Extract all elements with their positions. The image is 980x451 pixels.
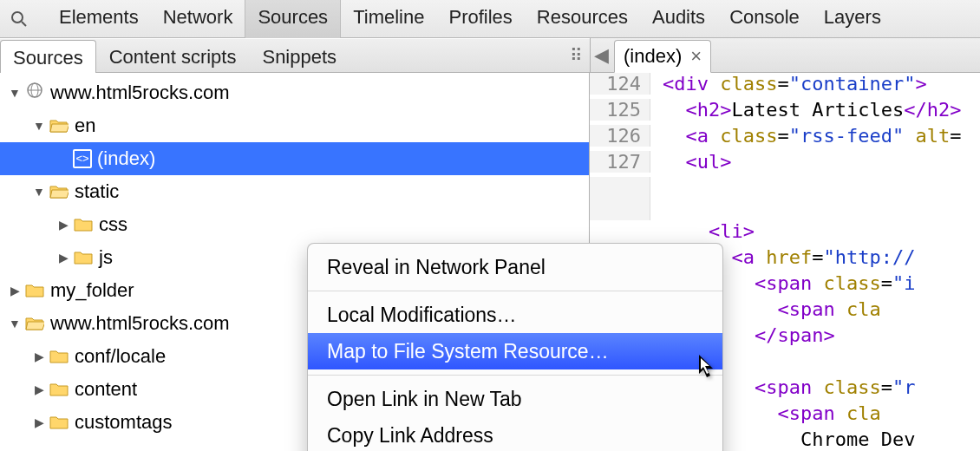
code-text: <a class="rss-feed" alt= bbox=[650, 125, 961, 147]
menu-item[interactable]: Local Modifications… bbox=[308, 297, 722, 333]
chevron-down-icon[interactable]: ▼ bbox=[7, 317, 23, 330]
folder-icon bbox=[24, 279, 45, 302]
chevron-right-icon[interactable]: ▶ bbox=[31, 350, 47, 363]
tree-item-label: static bbox=[75, 180, 119, 203]
line-number: 124 bbox=[590, 73, 650, 95]
tree-item-label: www.html5rocks.com bbox=[50, 82, 230, 104]
subtab-sources[interactable]: Sources bbox=[0, 40, 96, 75]
code-line[interactable]: 126 <a class="rss-feed" alt= bbox=[590, 125, 980, 151]
code-gap bbox=[590, 177, 980, 220]
folder-icon bbox=[73, 213, 94, 236]
folder-open-icon bbox=[49, 114, 69, 137]
tree-item-2[interactable]: <>(index) bbox=[0, 142, 589, 175]
chevron-down-icon[interactable]: ▼ bbox=[31, 119, 47, 133]
chevron-right-icon[interactable]: ▶ bbox=[56, 251, 71, 265]
tab-sources[interactable]: Sources bbox=[245, 0, 341, 38]
code-text: <li> bbox=[650, 220, 755, 242]
chevron-right-icon[interactable]: ▶ bbox=[31, 382, 47, 396]
editor-tab-label: (index) bbox=[624, 45, 682, 68]
nav-back-icon[interactable]: ◀ bbox=[594, 44, 609, 67]
drag-handle-icon[interactable]: ⠿ bbox=[570, 45, 583, 66]
file-icon: <> bbox=[73, 149, 92, 168]
code-line[interactable]: 127 <ul> bbox=[590, 151, 980, 177]
svg-line-1 bbox=[22, 22, 26, 26]
line-number: 127 bbox=[590, 151, 650, 173]
folder-icon bbox=[49, 411, 69, 434]
menu-item[interactable]: Map to File System Resource… bbox=[308, 333, 722, 369]
tree-item-label: content bbox=[75, 378, 137, 401]
tab-layers[interactable]: Layers bbox=[812, 0, 893, 38]
tab-network[interactable]: Network bbox=[151, 0, 245, 38]
tree-item-label: conf/locale bbox=[75, 345, 166, 368]
editor-tabs: ◀ (index) × bbox=[590, 38, 980, 73]
tree-item-0[interactable]: ▼www.html5rocks.com bbox=[0, 76, 589, 109]
menu-item[interactable]: Copy Link Address bbox=[308, 417, 722, 451]
search-icon[interactable] bbox=[7, 7, 31, 31]
panel-toggle-icons: ⠿ bbox=[570, 39, 590, 72]
tree-item-4[interactable]: ▶css bbox=[0, 208, 589, 241]
code-line[interactable]: 124<div class="container"> bbox=[590, 73, 980, 99]
folder-icon bbox=[49, 378, 69, 401]
tab-elements[interactable]: Elements bbox=[47, 0, 151, 38]
code-text: <ul> bbox=[650, 151, 731, 173]
menu-separator bbox=[308, 291, 722, 291]
chevron-down-icon[interactable]: ▼ bbox=[31, 185, 47, 199]
tree-item-label: js bbox=[99, 246, 113, 269]
chevron-down-icon[interactable]: ▼ bbox=[7, 86, 23, 100]
code-text: <div class="container"> bbox=[650, 73, 927, 95]
subtab-content-scripts[interactable]: Content scripts bbox=[96, 39, 250, 74]
code-text: <h2>Latest Articles</h2> bbox=[650, 99, 961, 121]
menu-item[interactable]: Open Link in New Tab bbox=[308, 381, 722, 417]
tree-item-3[interactable]: ▼static bbox=[0, 175, 589, 208]
context-menu: Reveal in Network PanelLocal Modificatio… bbox=[307, 243, 723, 451]
tab-audits[interactable]: Audits bbox=[640, 0, 717, 38]
menu-separator bbox=[308, 375, 722, 376]
folder-open-icon bbox=[49, 180, 69, 203]
tab-profiles[interactable]: Profiles bbox=[436, 0, 524, 38]
line-number: 126 bbox=[590, 125, 650, 147]
folder-icon bbox=[49, 345, 69, 368]
menu-item[interactable]: Reveal in Network Panel bbox=[308, 249, 722, 285]
line-number: 125 bbox=[590, 99, 650, 121]
chevron-right-icon[interactable]: ▶ bbox=[7, 284, 23, 297]
editor-tab-index[interactable]: (index) × bbox=[614, 40, 711, 73]
chevron-right-icon[interactable]: ▶ bbox=[31, 415, 47, 429]
svg-point-0 bbox=[12, 12, 23, 23]
sources-subtabs: Sources Content scripts Snippets ⠿ bbox=[0, 38, 590, 73]
subtab-snippets[interactable]: Snippets bbox=[249, 39, 350, 74]
chevron-right-icon[interactable]: ▶ bbox=[56, 218, 71, 232]
devtools-main-tabs: Elements Network Sources Timeline Profil… bbox=[0, 0, 980, 38]
panels-row: Sources Content scripts Snippets ⠿ ◀ (in… bbox=[0, 38, 980, 73]
main-area: ▼www.html5rocks.com▼en<>(index)▼static▶c… bbox=[0, 73, 980, 451]
tree-item-label: my_folder bbox=[50, 279, 134, 302]
tab-console[interactable]: Console bbox=[717, 0, 812, 38]
tree-item-1[interactable]: ▼en bbox=[0, 109, 589, 142]
tree-item-label: (index) bbox=[97, 147, 155, 170]
tree-item-label: customtags bbox=[75, 411, 173, 434]
tab-timeline[interactable]: Timeline bbox=[341, 0, 436, 38]
tree-item-label: css bbox=[99, 213, 127, 236]
folder-icon bbox=[73, 246, 94, 269]
tree-item-label: en bbox=[75, 114, 95, 137]
tab-resources[interactable]: Resources bbox=[525, 0, 640, 38]
tree-item-label: www.html5rocks.com bbox=[50, 312, 230, 335]
close-icon[interactable]: × bbox=[690, 45, 702, 68]
code-line[interactable]: 125 <h2>Latest Articles</h2> bbox=[590, 99, 980, 125]
folder-open-icon bbox=[24, 312, 45, 335]
globe-icon bbox=[24, 82, 45, 104]
